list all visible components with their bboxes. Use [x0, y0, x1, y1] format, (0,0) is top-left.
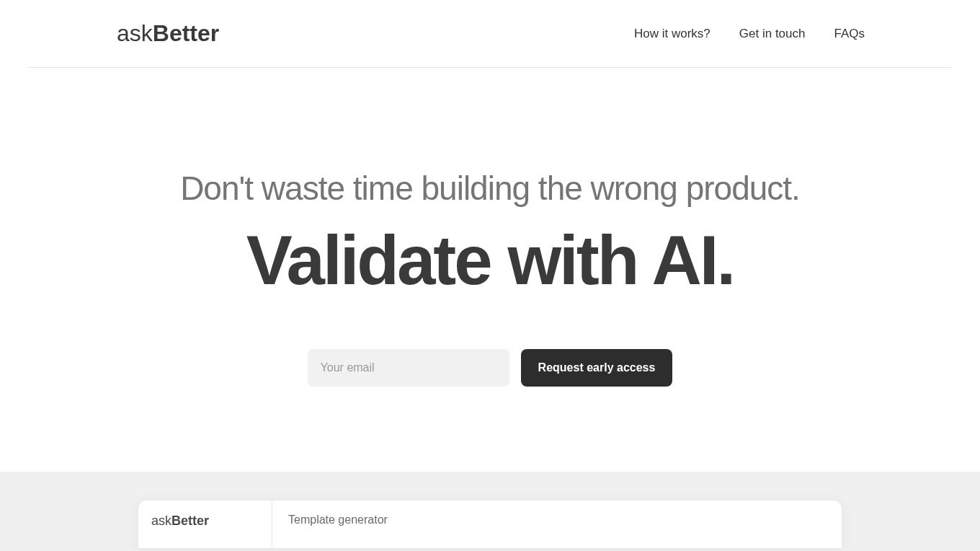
- preview-main: Template generator: [272, 501, 842, 548]
- preview-logo: askBetter: [151, 513, 259, 529]
- email-input[interactable]: [308, 349, 509, 387]
- hero-section: Don't waste time building the wrong prod…: [0, 68, 980, 387]
- hero-subtitle: Don't waste time building the wrong prod…: [14, 169, 966, 208]
- cta-form: Request early access: [14, 349, 966, 387]
- logo-suffix: Better: [153, 20, 219, 46]
- hero-title: Validate with AI.: [14, 222, 966, 299]
- preview-logo-suffix: Better: [172, 513, 209, 528]
- preview-window: askBetter Template generator: [138, 501, 842, 548]
- preview-logo-prefix: ask: [151, 513, 172, 528]
- main-header: askBetter How it works? Get in touch FAQ…: [29, 0, 951, 68]
- nav-get-in-touch[interactable]: Get in touch: [739, 27, 806, 41]
- nav-how-it-works[interactable]: How it works?: [634, 27, 710, 41]
- main-nav: How it works? Get in touch FAQs: [634, 27, 865, 41]
- preview-sidebar: askBetter: [138, 501, 272, 548]
- logo[interactable]: askBetter: [117, 20, 219, 47]
- preview-main-title: Template generator: [288, 513, 826, 526]
- logo-prefix: ask: [117, 20, 153, 46]
- preview-section: askBetter Template generator: [0, 472, 980, 551]
- nav-faqs[interactable]: FAQs: [834, 27, 865, 41]
- request-access-button[interactable]: Request early access: [521, 349, 673, 387]
